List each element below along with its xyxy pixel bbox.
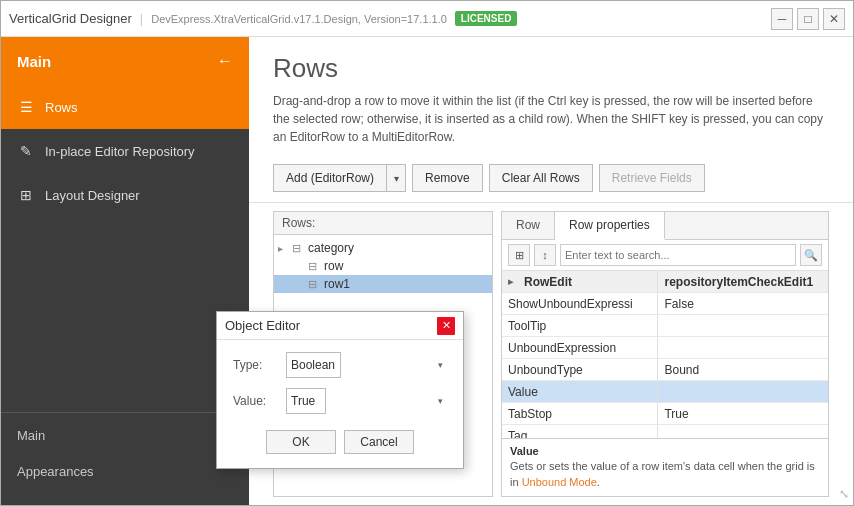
props-value-unboundtype: Bound [658,359,828,380]
dialog-close-button[interactable]: ✕ [437,317,455,335]
content-header: Rows Drag-and-drop a row to move it with… [249,37,853,154]
props-value-value [658,381,828,402]
props-value-unboundexpr [658,337,828,358]
category-node-icon: ⊟ [292,242,308,255]
props-row-unboundexpr: UnboundExpression [502,337,828,359]
dialog-title-bar: Object Editor ✕ [217,312,463,340]
props-name-tag: Tag [502,425,658,438]
type-field: Type: Boolean String Integer Double ▾ [233,352,447,378]
minimize-button[interactable]: ─ [771,8,793,30]
tree-node-category[interactable]: ▸ ⊟ category [274,239,492,257]
expand-icon-row1 [294,279,308,290]
ok-button[interactable]: OK [266,430,336,454]
sidebar-item-layout[interactable]: ⊞ Layout Designer [1,173,249,217]
add-dropdown-button[interactable]: ▾ [386,164,406,192]
sidebar-title: Main [17,53,51,70]
expand-rowedit[interactable]: ▸ [508,276,522,287]
props-name-unboundexpr: UnboundExpression [502,337,658,358]
tree-node-row[interactable]: ⊟ row [274,257,492,275]
sidebar-sub-appearances-label: Appearances [17,464,94,479]
props-tabs: Row Row properties [502,212,828,240]
type-select[interactable]: Boolean String Integer Double [286,352,341,378]
props-name-tabstop: TabStop [502,403,658,424]
props-description: Value Gets or sets the value of a row it… [502,438,828,496]
cancel-button[interactable]: Cancel [344,430,414,454]
dialog-actions: OK Cancel [217,426,463,468]
props-row-tabstop: TabStop True [502,403,828,425]
sidebar-item-inplace-label: In-place Editor Repository [45,144,195,159]
content-description: Drag-and-drop a row to move it within th… [273,92,829,146]
title-sep: | [140,11,143,26]
sidebar-sub-main-label: Main [17,428,45,443]
props-desc-text: Gets or sets the value of a row item's d… [510,459,820,490]
props-name-value: Value [502,381,658,402]
type-select-arrow: ▾ [438,360,443,370]
object-editor-dialog: Object Editor ✕ Type: Boolean String Int… [216,311,464,469]
dialog-body: Type: Boolean String Integer Double ▾ Va… [217,340,463,426]
tree-node-row1-label: row1 [324,277,350,291]
tab-row-properties[interactable]: Row properties [555,212,665,240]
value-select-wrapper: True False ▾ [286,388,447,414]
remove-button[interactable]: Remove [412,164,483,192]
props-desc-link[interactable]: Unbound Mode [522,476,597,488]
close-button[interactable]: ✕ [823,8,845,30]
layout-icon: ⊞ [17,187,35,203]
value-select-arrow: ▾ [438,396,443,406]
restore-button[interactable]: □ [797,8,819,30]
sidebar-item-layout-label: Layout Designer [45,188,140,203]
title-bar: VerticalGrid Designer | DevExpress.XtraV… [1,1,853,37]
props-row-showunbound: ShowUnboundExpressi False [502,293,828,315]
rows-icon: ☰ [17,99,35,115]
sort-alpha-button[interactable]: ↕ [534,244,556,266]
props-grid: ▸ RowEdit repositoryItemCheckEdit1 ShowU… [502,271,828,438]
type-label: Type: [233,358,278,372]
sidebar: Main ← ☰ Rows ✎ In-place Editor Reposito… [1,37,249,505]
sidebar-header: Main ← [1,37,249,85]
clear-all-button[interactable]: Clear All Rows [489,164,593,192]
value-select[interactable]: True False [286,388,326,414]
props-value-rowedit: repositoryItemCheckEdit1 [658,271,828,292]
row-node-icon: ⊟ [308,260,324,273]
rows-panel-header: Rows: [274,212,492,235]
toolbar: Add (EditorRow) ▾ Remove Clear All Rows … [249,154,853,203]
window-controls: ─ □ ✕ [771,8,845,30]
props-value-tag [658,425,828,438]
props-search-input[interactable] [560,244,796,266]
value-label: Value: [233,394,278,408]
add-button-group: Add (EditorRow) ▾ [273,164,406,192]
props-row-rowedit: ▸ RowEdit repositoryItemCheckEdit1 [502,271,828,293]
sort-category-button[interactable]: ⊞ [508,244,530,266]
back-icon[interactable]: ← [217,52,233,70]
app-title: VerticalGrid Designer [9,11,132,26]
sidebar-sub-appearances[interactable]: Appearances [1,453,249,489]
type-select-wrapper: Boolean String Integer Double ▾ [286,352,447,378]
tree-node-category-label: category [308,241,354,255]
props-value-showunbound: False [658,293,828,314]
resize-handle[interactable]: ⤡ [839,487,849,501]
sidebar-item-rows[interactable]: ☰ Rows [1,85,249,129]
row1-node-icon: ⊟ [308,278,324,291]
search-button[interactable]: 🔍 [800,244,822,266]
props-name-rowedit: RowEdit [524,275,572,289]
props-desc-text-after: . [597,476,600,488]
props-row-value[interactable]: Value [502,381,828,403]
tab-row[interactable]: Row [502,212,555,239]
add-button[interactable]: Add (EditorRow) [273,164,386,192]
expand-icon-category[interactable]: ▸ [278,243,292,254]
tree-node-row1[interactable]: ⊟ row1 [274,275,492,293]
props-desc-title: Value [510,445,820,457]
sidebar-sub-main[interactable]: Main [1,417,249,453]
props-row-unboundtype: UnboundType Bound [502,359,828,381]
licensed-badge: LICENSED [455,11,518,26]
inplace-icon: ✎ [17,143,35,159]
sidebar-nav: ☰ Rows ✎ In-place Editor Repository ⊞ La… [1,85,249,408]
tree-node-row-label: row [324,259,343,273]
props-toolbar: ⊞ ↕ 🔍 [502,240,828,271]
props-name-unboundtype: UnboundType [502,359,658,380]
props-value-tooltip [658,315,828,336]
expand-icon-row [294,261,308,272]
retrieve-fields-button[interactable]: Retrieve Fields [599,164,705,192]
props-name-tooltip: ToolTip [502,315,658,336]
sidebar-item-inplace[interactable]: ✎ In-place Editor Repository [1,129,249,173]
value-field: Value: True False ▾ [233,388,447,414]
